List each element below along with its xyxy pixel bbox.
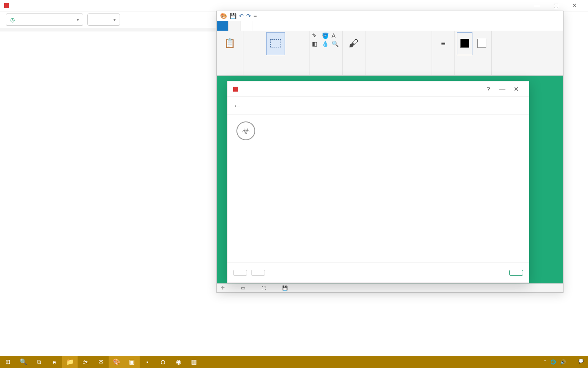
notification-icon[interactable]: 💬 bbox=[578, 359, 584, 365]
back-icon[interactable]: ← bbox=[233, 101, 241, 110]
taskbar: ⊞ 🔍 ⧉ e 📁 🛍 ✉ 🎨 ▣ ▪ O ◉ ▥ ˄ 🌐 🔊 💬 bbox=[0, 356, 588, 368]
text-icon[interactable]: A bbox=[332, 32, 340, 39]
zoom-icon[interactable]: 🔍 bbox=[332, 40, 340, 47]
select-button[interactable] bbox=[266, 32, 285, 55]
system-tray: ˄ 🌐 🔊 💬 bbox=[540, 359, 588, 365]
group-colors bbox=[492, 31, 563, 75]
tab-view[interactable] bbox=[241, 21, 252, 31]
taskview-button[interactable]: ⧉ bbox=[31, 356, 47, 368]
tb-store[interactable]: 🛍 bbox=[78, 356, 93, 368]
brush-icon: 🖌 bbox=[349, 38, 359, 49]
kaspersky-logo-icon bbox=[4, 3, 9, 8]
tray-chevron-icon[interactable]: ˄ bbox=[544, 359, 546, 365]
group-color-selectors bbox=[455, 31, 492, 75]
color1-swatch bbox=[460, 39, 469, 48]
kts-quarantine-window: ? — ✕ ← ☣ bbox=[227, 81, 529, 283]
kts-footer bbox=[227, 262, 529, 283]
quarantine-table bbox=[227, 147, 529, 154]
close-button[interactable]: ✕ bbox=[509, 85, 523, 93]
quick-access: 🎨 💾 ↶ ↷ = bbox=[217, 13, 260, 19]
paint-statusbar: ✛ ▭ ⛶ 💾 bbox=[217, 283, 563, 292]
group-tools: ✎ 🪣 A ◧ 💧 🔍 bbox=[310, 31, 343, 75]
paste-button[interactable]: 📋 bbox=[220, 32, 239, 55]
paint-titlebar[interactable]: 🎨 💾 ↶ ↷ = bbox=[217, 11, 563, 21]
col-detected[interactable] bbox=[401, 150, 459, 151]
brushes-button[interactable]: 🖌 bbox=[344, 32, 363, 55]
help-button[interactable]: ? bbox=[481, 85, 495, 92]
filter-events-dropdown[interactable]: ◷ ▾ bbox=[6, 13, 83, 26]
paint-app-icon: 🎨 bbox=[220, 13, 227, 19]
start-button[interactable]: ⊞ bbox=[0, 356, 16, 368]
events-section-header bbox=[0, 28, 216, 31]
color2-button[interactable] bbox=[474, 32, 490, 55]
tb-explorer[interactable]: 📁 bbox=[62, 356, 78, 368]
maximize-button[interactable]: ▢ bbox=[546, 0, 565, 11]
group-clipboard: 📋 bbox=[217, 31, 243, 75]
tray-network-icon[interactable]: 🌐 bbox=[550, 359, 556, 365]
group-shapes bbox=[365, 31, 432, 75]
clipboard-icon: 📋 bbox=[224, 38, 235, 49]
group-image bbox=[243, 31, 310, 75]
chevron-down-icon: ▾ bbox=[114, 18, 116, 22]
minimize-button[interactable]: — bbox=[495, 85, 509, 92]
ribbon-tabs bbox=[217, 21, 563, 31]
tb-paint[interactable]: 🎨 bbox=[109, 356, 124, 368]
restore-button[interactable] bbox=[233, 270, 247, 276]
tab-home[interactable] bbox=[229, 21, 241, 31]
picker-icon[interactable]: 💧 bbox=[322, 40, 330, 47]
col-file[interactable] bbox=[234, 150, 295, 151]
tb-kaspersky[interactable]: ▣ bbox=[124, 356, 140, 368]
kts-header: ? — ✕ bbox=[227, 81, 529, 97]
fill-icon[interactable]: 🪣 bbox=[322, 32, 330, 39]
color1-button[interactable] bbox=[457, 32, 472, 55]
group-brushes: 🖌 bbox=[343, 31, 365, 75]
close-button[interactable]: ✕ bbox=[565, 0, 584, 11]
chevron-down-icon: ▾ bbox=[77, 18, 79, 22]
redo-icon[interactable]: ↷ bbox=[246, 13, 251, 19]
color2-swatch bbox=[477, 39, 486, 48]
pencil-icon[interactable]: ✎ bbox=[312, 32, 320, 39]
thickness-icon: ≡ bbox=[441, 39, 445, 48]
events-list bbox=[0, 28, 216, 356]
tb-terminal[interactable]: ▪ bbox=[140, 356, 155, 368]
thickness-button[interactable]: ≡ bbox=[434, 32, 453, 55]
kaspersky-titlebar: — ▢ ✕ bbox=[0, 0, 588, 11]
ribbon: 📋 ✎ 🪣 A bbox=[217, 31, 563, 76]
clock-icon: ◷ bbox=[10, 17, 15, 23]
col-path[interactable] bbox=[295, 150, 401, 151]
tb-app[interactable]: ▥ bbox=[186, 356, 202, 368]
save-icon[interactable]: 💾 bbox=[229, 13, 236, 19]
undo-icon[interactable]: ↶ bbox=[239, 13, 244, 19]
table-header bbox=[227, 147, 529, 154]
tb-edge[interactable]: e bbox=[47, 356, 62, 368]
filter-period-dropdown[interactable]: ▾ bbox=[87, 13, 120, 26]
col-date[interactable] bbox=[459, 150, 512, 151]
kaspersky-logo-icon bbox=[233, 87, 238, 92]
eraser-icon[interactable]: ◧ bbox=[312, 40, 320, 47]
tb-chrome[interactable]: ◉ bbox=[171, 356, 186, 368]
delete-all-button[interactable] bbox=[509, 270, 523, 276]
kts-subheader: ← bbox=[227, 97, 529, 115]
flask-icon: ☣ bbox=[236, 121, 255, 140]
tab-file[interactable] bbox=[217, 21, 229, 31]
search-button[interactable]: 🔍 bbox=[16, 356, 31, 368]
tb-opera[interactable]: O bbox=[155, 356, 171, 368]
select-icon bbox=[270, 39, 281, 47]
tray-volume-icon[interactable]: 🔊 bbox=[560, 359, 566, 365]
tb-mail[interactable]: ✉ bbox=[93, 356, 109, 368]
kts-info-banner: ☣ bbox=[227, 115, 529, 147]
group-thickness: ≡ bbox=[432, 31, 455, 75]
delete-button[interactable] bbox=[251, 270, 265, 276]
minimize-button[interactable]: — bbox=[528, 0, 546, 11]
